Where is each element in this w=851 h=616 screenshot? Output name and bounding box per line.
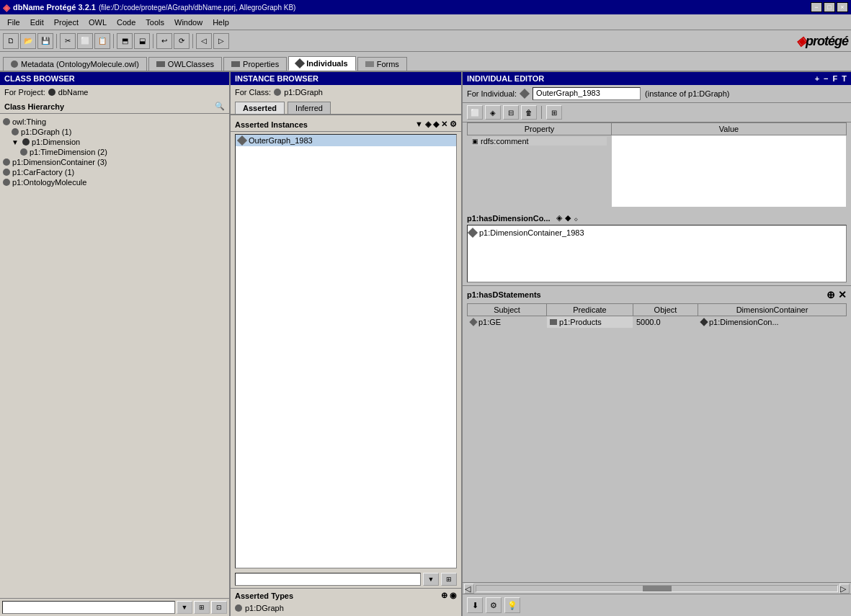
ie-delete-btn[interactable]: 🗑: [521, 105, 537, 120]
dgraph-label: p1:DGraph (1): [21, 128, 71, 136]
tab-forms[interactable]: Forms: [357, 57, 407, 71]
menu-help[interactable]: Help: [208, 17, 233, 28]
new-btn[interactable]: 🗋: [3, 33, 19, 49]
instance-of-label: (instance of p1:DGraph): [645, 89, 729, 98]
instance-item-outergraph[interactable]: OuterGraph_1983: [236, 135, 456, 146]
tree-item-ontologymolecule[interactable]: p1:OntologyMolecule: [3, 177, 226, 187]
copy-instance-icon[interactable]: ◆: [433, 120, 439, 129]
paste-btn[interactable]: 📋: [94, 33, 110, 49]
tree-item-dimension[interactable]: ▼ p1:Dimension: [3, 137, 226, 147]
bottom-settings-btn[interactable]: ⚙: [486, 597, 502, 613]
add-dim-icon[interactable]: ◈: [556, 213, 562, 223]
tree-item-timedimension[interactable]: p1:TimeDimension (2): [3, 147, 226, 157]
project-dot-icon: [48, 89, 55, 96]
ie-table-btn[interactable]: ⊞: [546, 105, 562, 120]
property-row-rdfs-comment: ▣ rdfs:comment: [468, 135, 847, 207]
maximize-btn[interactable]: □: [824, 2, 835, 12]
bottom-download-btn[interactable]: ⬇: [467, 597, 483, 613]
hscroll-track[interactable]: [476, 585, 838, 592]
tab-inferred[interactable]: Inferred: [288, 102, 331, 114]
tab-asserted[interactable]: Asserted: [235, 102, 285, 114]
rdfs-comment-value[interactable]: [612, 135, 847, 207]
menu-project[interactable]: Project: [50, 17, 83, 28]
close-btn[interactable]: ×: [837, 2, 848, 12]
search-icon[interactable]: 🔍: [215, 102, 225, 111]
cut-btn[interactable]: ✂: [60, 33, 76, 49]
dimcontainer-diamond-icon: [700, 318, 708, 326]
gear-icon[interactable]: ⚙: [450, 120, 457, 129]
ie-minus-btn[interactable]: −: [824, 74, 828, 83]
object-cell: 5000.0: [633, 316, 698, 329]
menu-code[interactable]: Code: [112, 17, 140, 28]
tab-individuals-label: Individuals: [306, 59, 347, 68]
hscroll-left-btn[interactable]: ◁: [464, 584, 474, 594]
individual-name-field[interactable]: OuterGraph_1983: [533, 87, 641, 100]
menu-file[interactable]: File: [3, 17, 24, 28]
ie-copy-btn[interactable]: ⬜: [467, 105, 483, 120]
dimensioncontainer-label: p1:DimensionContainer (3): [12, 158, 107, 166]
predicate-value: p1:Products: [559, 318, 602, 326]
forward-btn[interactable]: ▷: [213, 33, 229, 49]
menu-owl[interactable]: OWL: [84, 17, 111, 28]
add-type-icon[interactable]: ⊕: [441, 591, 447, 600]
has-dstatements-section: p1:hasDStatements ⊕ ✕ Subject Predicate …: [463, 286, 851, 582]
save-btn[interactable]: 💾: [37, 33, 53, 49]
back-btn[interactable]: ◁: [196, 33, 212, 49]
delete-instance-icon[interactable]: ✕: [441, 120, 447, 129]
dim-container-item[interactable]: p1:DimensionContainer_1983: [469, 227, 845, 238]
add-dstatement-icon[interactable]: ⊕: [827, 289, 835, 300]
prop-expand-icon[interactable]: ▣: [472, 138, 478, 145]
minimize-btn[interactable]: −: [811, 2, 822, 12]
remove-dstatement-icon[interactable]: ✕: [838, 289, 847, 300]
for-class-icon: [274, 89, 281, 96]
tree-item-owl-thing[interactable]: owl:Thing: [3, 117, 226, 127]
bottom-info-btn[interactable]: 💡: [504, 597, 520, 613]
open-btn[interactable]: 📂: [20, 33, 36, 49]
class-search-input[interactable]: [2, 601, 175, 614]
undo-btn[interactable]: ↩: [156, 33, 172, 49]
hscroll-thumb[interactable]: [643, 586, 672, 592]
ie-remove-btn[interactable]: ⊟: [503, 105, 519, 120]
ie-f-btn[interactable]: F: [833, 74, 838, 83]
ie-t-btn[interactable]: T: [842, 74, 847, 83]
property-col-header: Property: [468, 123, 612, 135]
timedimension-icon: [20, 148, 27, 156]
copy-btn[interactable]: ⬜: [77, 33, 93, 49]
instance-search-dropdown-btn[interactable]: ▼: [423, 573, 439, 586]
instance-search-go-btn[interactable]: ⊞: [441, 573, 457, 586]
tab-owlclasses-label: OWLClasses: [168, 60, 214, 68]
instance-search-input[interactable]: [235, 573, 421, 586]
hscroll-right-btn[interactable]: ▷: [839, 584, 850, 594]
dimension-icon: [22, 138, 30, 146]
export-btn[interactable]: ⬒: [117, 33, 133, 49]
import-btn[interactable]: ⬓: [134, 33, 150, 49]
has-dimension-container-section: p1:hasDimensionCo... ◈ ◆ ⬦ p1:DimensionC…: [463, 210, 851, 286]
tree-item-dgraph[interactable]: p1:DGraph (1): [3, 127, 226, 137]
remove-type-icon[interactable]: ◉: [450, 591, 457, 600]
copy-dim-icon[interactable]: ◆: [565, 213, 571, 223]
add-instance-icon[interactable]: ◈: [425, 120, 431, 129]
class-view-btn[interactable]: ⊡: [211, 601, 227, 614]
ie-hscroll[interactable]: ◁ ▷: [463, 582, 851, 594]
owlclasses-tab-icon: [156, 61, 165, 67]
redo-btn[interactable]: ⟳: [174, 33, 190, 49]
tab-properties[interactable]: Properties: [223, 57, 287, 71]
ie-add-btn[interactable]: ◈: [485, 105, 501, 120]
tab-metadata[interactable]: Metadata (OntologyMolecule.owl): [3, 57, 147, 71]
ie-plus-btn[interactable]: +: [815, 74, 819, 83]
link-dim-icon[interactable]: ⬦: [574, 214, 579, 223]
class-search-btn[interactable]: ⊞: [194, 601, 210, 614]
tree-item-carfactory[interactable]: p1:CarFactory (1): [3, 167, 226, 177]
tab-owlclasses[interactable]: OWLClasses: [148, 57, 222, 71]
tab-asserted-label: Asserted: [243, 104, 277, 112]
ie-subheader: For Individual: OuterGraph_1983 (instanc…: [463, 85, 851, 103]
tree-item-dimensioncontainer[interactable]: p1:DimensionContainer (3): [3, 157, 226, 167]
dimcontainer-cell: p1:DimensionCon...: [701, 318, 843, 326]
class-search-dropdown[interactable]: ▼: [177, 601, 192, 614]
menu-window[interactable]: Window: [170, 17, 207, 28]
tab-individuals[interactable]: Individuals: [288, 56, 355, 71]
dropdown-icon[interactable]: ▼: [415, 120, 423, 129]
menu-edit[interactable]: Edit: [26, 17, 48, 28]
class-browser-header: CLASS BROWSER: [0, 72, 229, 85]
menu-tools[interactable]: Tools: [141, 17, 169, 28]
